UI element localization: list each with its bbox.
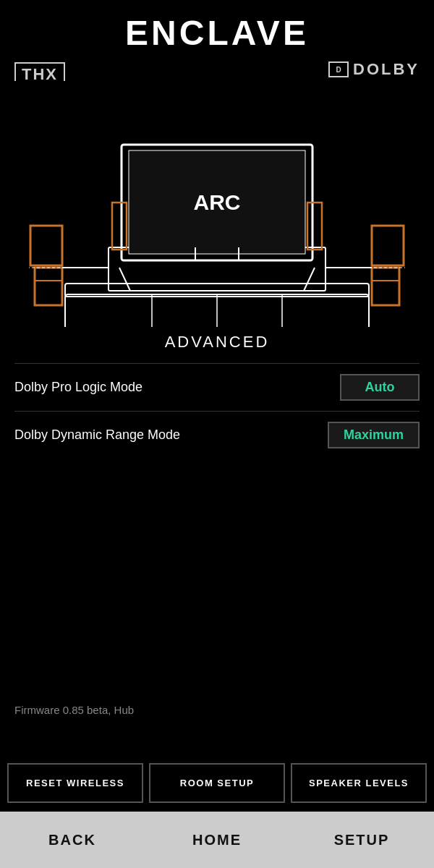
speaker-levels-button[interactable]: SPEAKER LEVELS [291,763,427,803]
dolby-d-icon: D [328,61,349,77]
header: ENCLAVE [0,0,434,60]
settings-area: Dolby Pro Logic Mode Auto Dolby Dynamic … [0,363,434,459]
setting-row-ddr: Dolby Dynamic Range Mode Maximum [14,411,420,459]
nav-home[interactable]: HOME [145,832,289,848]
reset-wireless-button[interactable]: RESET WIRELESS [7,763,143,803]
ddr-value[interactable]: Maximum [328,422,420,448]
setting-row-dpl: Dolby Pro Logic Mode Auto [14,363,420,411]
ddr-label: Dolby Dynamic Range Mode [14,427,180,443]
dolby-brand: DOLBY [353,60,420,79]
bottom-buttons: RESET WIRELESS ROOM SETUP SPEAKER LEVELS [0,756,434,810]
room-illustration: ARC [0,81,434,327]
svg-text:ARC: ARC [194,190,241,214]
nav-bar: BACK HOME SETUP [0,812,434,868]
nav-back[interactable]: BACK [0,832,145,848]
firmware-info: Firmware 0.85 beta, Hub [14,704,134,716]
advanced-title: ADVANCED [0,333,434,352]
nav-setup[interactable]: SETUP [289,832,434,848]
dpl-value[interactable]: Auto [340,374,420,401]
room-setup-button[interactable]: ROOM SETUP [149,763,285,803]
app-title: ENCLAVE [0,13,434,53]
dpl-label: Dolby Pro Logic Mode [14,380,142,395]
